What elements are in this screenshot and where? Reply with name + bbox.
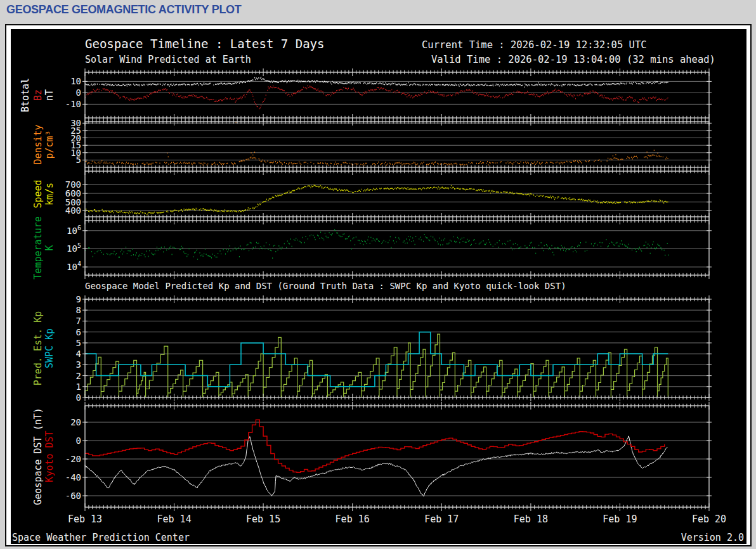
kp-section-title: Geospace Model Predicted Kp and DST (Gro… — [85, 281, 566, 291]
y-tick-label: -40 — [65, 472, 81, 482]
x-axis-label: Feb 13 — [68, 513, 102, 525]
series-geospace-dst — [85, 436, 668, 496]
y-tick-label: 10 — [70, 76, 81, 86]
plot-title: Geospace Timeline : Latest 7 Days — [85, 37, 325, 51]
trace — [85, 77, 668, 87]
y-tick-label: 9 — [76, 294, 81, 304]
series-speed — [85, 185, 668, 215]
x-ticks — [85, 217, 709, 279]
y-tick-label: 0 — [76, 87, 81, 98]
x-axis-label: Feb 18 — [514, 513, 548, 525]
footer-right: Version 2.0 — [681, 532, 744, 543]
panel-border — [85, 406, 709, 507]
trace — [85, 230, 668, 259]
y-tick-label: 5 — [76, 338, 81, 348]
page-title: GEOSPACE GEOMAGNETIC ACTIVITY PLOT — [6, 3, 242, 16]
valid-time: Valid Time : 2026-02-19 13:04:00 (32 min… — [431, 54, 715, 65]
trace — [85, 122, 668, 166]
y-tick-label: 104 — [67, 261, 81, 272]
series-bz — [85, 86, 668, 108]
y-tick-label: 2 — [76, 371, 81, 381]
x-ticks — [85, 68, 709, 122]
axis-label-kp-1: SWPC Kp — [44, 328, 55, 368]
x-axis-label: Feb 20 — [692, 513, 726, 525]
x-axis-label: Feb 14 — [157, 513, 192, 525]
axis-label-temperature-0: Temperature — [32, 216, 44, 279]
y-tick-label: -20 — [65, 454, 81, 464]
x-ticks — [85, 167, 709, 221]
axis-label-dst-0: Geospace DST (nT) — [32, 408, 44, 505]
x-axis-label: Feb 19 — [603, 513, 637, 525]
x-ticks — [85, 402, 709, 511]
y-tick-label: 4 — [76, 349, 81, 359]
trace — [85, 334, 668, 397]
trace — [85, 420, 665, 472]
series-kyoto-dst — [85, 420, 665, 472]
y-tick-label: 0 — [76, 392, 81, 403]
footer-left: Space Weather Prediction Center — [12, 532, 190, 543]
series-pred-est-kp — [85, 334, 668, 397]
y-tick-label: -10 — [65, 99, 81, 109]
axis-label-solar_wind_imf-0: Btotal — [20, 78, 31, 112]
y-tick-label: 0 — [76, 436, 81, 446]
trace — [85, 436, 668, 496]
axis-label-temperature-1: K — [44, 245, 55, 250]
plot-subtitle: Solar Wind Predicted at Earth — [85, 54, 251, 65]
plot-frame: 100-10BtotalBznT30252015105Densityp/cm³7… — [5, 24, 752, 546]
y-tick-label: 6 — [76, 327, 81, 337]
axis-label-speed-0: Speed — [32, 179, 44, 208]
y-tick-label: 8 — [76, 305, 81, 315]
series-btotal — [85, 77, 668, 87]
trace — [85, 86, 668, 108]
y-tick-label: 20 — [70, 417, 81, 427]
y-tick-label: 1 — [76, 382, 81, 392]
geospace-plot: 100-10BtotalBznT30252015105Densityp/cm³7… — [11, 29, 746, 544]
y-tick-label: 3 — [76, 359, 81, 370]
y-tick-label: -60 — [65, 491, 81, 501]
x-axis-label: Feb 17 — [424, 513, 459, 525]
current-time: Current Time : 2026-02-19 12:32:05 UTC — [422, 39, 647, 51]
y-tick-label: 105 — [67, 242, 81, 254]
axis-label-dst-1: Kyoto DST — [44, 430, 55, 482]
series-temperature — [85, 230, 668, 259]
axis-label-density-1: p/cm³ — [44, 130, 55, 158]
panel-border — [85, 72, 709, 118]
y-tick-label: 7 — [76, 316, 81, 326]
axis-label-kp-0: Pred. Est. Kp — [32, 311, 44, 385]
x-axis-label: Feb 15 — [246, 513, 280, 525]
y-tick-label: 400 — [65, 205, 81, 216]
panel-border — [85, 122, 709, 167]
y-tick-label: 106 — [67, 224, 81, 236]
panel-border — [85, 171, 709, 217]
axis-label-solar_wind_imf-2: nT — [44, 89, 55, 101]
y-tick-label: 5 — [76, 155, 81, 165]
x-axis-label: Feb 16 — [336, 513, 370, 525]
axis-label-speed-1: km/s — [44, 183, 55, 205]
trace — [85, 185, 668, 215]
axis-label-solar_wind_imf-1: Bz — [32, 89, 44, 101]
series-density — [85, 122, 668, 166]
plot-graphics: 100-10BtotalBznT30252015105Densityp/cm³7… — [20, 68, 726, 525]
geospace-plot-svg: 100-10BtotalBznT30252015105Densityp/cm³7… — [11, 29, 746, 544]
axis-label-density-0: Density — [32, 124, 44, 164]
